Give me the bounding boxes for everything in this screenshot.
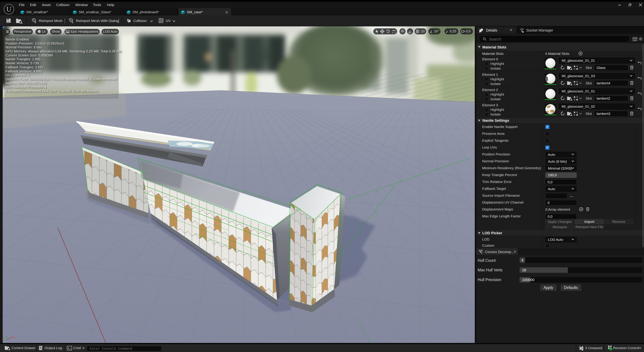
svg-text:x: x xyxy=(14,335,15,339)
svg-text:U: U xyxy=(6,5,12,13)
